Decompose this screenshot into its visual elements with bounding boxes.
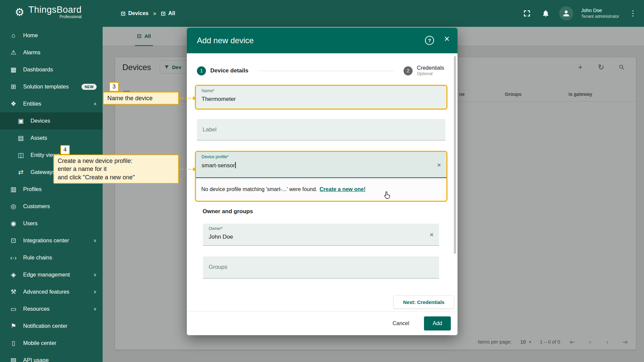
name-field-label: Name*: [202, 88, 214, 93]
wizard-stepper: 1 Device details 2 Credentials Optional: [197, 62, 444, 79]
groups-field[interactable]: Groups: [203, 256, 439, 279]
user-name: John Doe: [581, 7, 619, 14]
dialog-header: Add new device ? ×: [187, 28, 458, 53]
integrations-icon: ⊡: [9, 237, 17, 244]
owner-field-value: John Doe: [209, 234, 233, 240]
annotation-arrow-3: [193, 96, 196, 100]
groups-field-placeholder: Groups: [209, 264, 227, 270]
owner-field[interactable]: Owner* John Doe ×: [203, 224, 439, 246]
sidebar-item-mobile-center[interactable]: ▯Mobile center: [0, 335, 103, 352]
breadcrumb-separator: >: [153, 11, 156, 16]
devices-icon: ⊡: [121, 10, 125, 17]
label-field[interactable]: Label: [197, 119, 445, 140]
sidebar-item-alarms[interactable]: ⚠Alarms: [0, 44, 103, 61]
gateways-icon: ⇄: [17, 168, 25, 176]
close-icon[interactable]: ×: [444, 35, 449, 44]
clear-owner-icon[interactable]: ×: [430, 231, 434, 239]
next-credentials-button[interactable]: Next: Credentials: [393, 295, 454, 309]
add-new-device-dialog: Add new device ? × 1 Device details 2 Cr…: [187, 28, 458, 335]
user-role: Tenant administrator: [581, 14, 619, 19]
device-profile-highlight: Device profile* smart-sensor × No device…: [195, 151, 447, 202]
top-bar: ⚙ ThingsBoard Professional ⊡ Devices > ⊡…: [0, 0, 644, 27]
name-field[interactable]: Name* Thermometer: [196, 86, 446, 109]
field-underline: [203, 245, 439, 246]
chevron-down-icon: ∨: [93, 238, 97, 243]
sidebar-item-rule-chains[interactable]: ‹·›Rule chains: [0, 249, 103, 266]
text-caret: [235, 162, 236, 168]
fullscreen-icon[interactable]: [522, 8, 532, 19]
more-menu-icon[interactable]: ⋮: [627, 9, 639, 18]
sidebar-item-solution-templates[interactable]: ⊞Solution templatesNEW: [0, 78, 103, 95]
label-field-placeholder: Label: [203, 126, 217, 133]
breadcrumb: ⊡ Devices > ⊡ All: [121, 0, 175, 27]
help-icon[interactable]: ?: [425, 36, 434, 45]
sidebar-item-devices[interactable]: ▣Devices: [0, 112, 103, 129]
create-new-profile-link[interactable]: Create a new one!: [320, 186, 366, 192]
app-subtitle: Professional: [59, 14, 82, 19]
owner-groups-heading: Owner and groups: [203, 208, 253, 215]
sidebar-item-users[interactable]: ◉Users: [0, 215, 103, 232]
name-field-value: Thermometer: [202, 96, 236, 103]
clear-profile-icon[interactable]: ×: [437, 161, 441, 169]
app-title: ThingsBoard: [29, 5, 82, 15]
sidebar-item-customers[interactable]: ◎Customers: [0, 198, 103, 215]
device-profile-value: smart-sensor: [202, 162, 235, 169]
user-avatar[interactable]: [559, 6, 573, 20]
cancel-button[interactable]: Cancel: [389, 318, 413, 329]
chevron-down-icon: ∨: [93, 272, 97, 277]
api-usage-icon: ▧: [9, 356, 17, 362]
group-icon: ⊡: [161, 10, 166, 17]
sidebar-item-home[interactable]: ⌂Home: [0, 27, 103, 44]
device-profile-label: Device profile*: [202, 155, 229, 159]
name-field-highlight: Name* Thermometer: [195, 85, 447, 110]
sidebar-item-api-usage[interactable]: ▧API usage: [0, 352, 103, 362]
resources-icon: ▭: [9, 305, 17, 313]
no-profile-match-text: No device profile matching 'smart-...' w…: [201, 186, 317, 192]
devices-icon: ▣: [17, 117, 25, 125]
chevron-down-icon: ∨: [93, 306, 97, 311]
field-underline: [203, 278, 439, 279]
step-2-indicator[interactable]: 2: [404, 66, 413, 75]
step-2-optional-label: Optional: [417, 71, 444, 77]
breadcrumb-devices[interactable]: ⊡ Devices: [121, 10, 149, 17]
users-icon: ◉: [9, 220, 17, 227]
step-1-label: Device details: [210, 67, 248, 74]
annotation-step-3-callout: Name the device: [103, 92, 179, 105]
assets-icon: ▤: [17, 134, 25, 142]
sidebar-item-assets[interactable]: ▤Assets: [0, 129, 103, 146]
mobile-center-icon: ▯: [9, 339, 17, 347]
modal-scrollbar[interactable]: [454, 56, 456, 254]
sidebar-item-integrations-center[interactable]: ⊡Integrations center∨: [0, 232, 103, 249]
edge-icon: ◈: [9, 271, 17, 279]
profiles-icon: ▥: [9, 185, 17, 193]
breadcrumb-all[interactable]: ⊡ All: [161, 10, 175, 17]
sidebar-item-dashboards[interactable]: ▦Dashboards: [0, 61, 103, 78]
chevron-up-icon: ∧: [93, 101, 97, 106]
annotation-step-4-number: 4: [60, 145, 70, 155]
dashboards-icon: ▦: [9, 66, 17, 73]
annotation-step-3-number: 3: [109, 82, 119, 92]
notifications-bell-icon[interactable]: [540, 8, 551, 19]
sidebar-item-notification-center[interactable]: ⚑Notification center: [0, 317, 103, 335]
annotation-step-4-callout: Create a new device profile: enter a nam…: [53, 155, 179, 184]
profile-autocomplete-panel: No device profile matching 'smart-...' w…: [196, 178, 446, 201]
step-2-label: Credentials: [417, 65, 444, 71]
app-logo: ⚙ ThingsBoard Professional: [15, 5, 82, 19]
alarm-icon: ⚠: [9, 49, 17, 56]
sidebar-item-entities[interactable]: ❖Entities∧: [0, 95, 103, 112]
dialog-footer: Cancel Add: [187, 311, 458, 335]
new-badge: NEW: [82, 84, 97, 90]
notification-center-icon: ⚑: [9, 322, 17, 330]
rule-chains-icon: ‹·›: [9, 254, 17, 261]
sidebar-item-advanced-features[interactable]: ⚒Advanced features∨: [0, 283, 103, 300]
sidebar-item-edge-management[interactable]: ◈Edge management∨: [0, 266, 103, 283]
advanced-features-icon: ⚒: [9, 288, 17, 296]
chevron-down-icon: ∨: [93, 289, 97, 294]
entity-views-icon: ◫: [17, 151, 25, 159]
step-1-indicator[interactable]: 1: [197, 66, 206, 75]
home-icon: ⌂: [9, 32, 17, 39]
entities-icon: ❖: [9, 100, 17, 108]
sidebar-item-resources[interactable]: ▭Resources∨: [0, 300, 103, 317]
device-profile-field[interactable]: Device profile* smart-sensor ×: [196, 152, 446, 178]
add-button[interactable]: Add: [424, 316, 451, 330]
